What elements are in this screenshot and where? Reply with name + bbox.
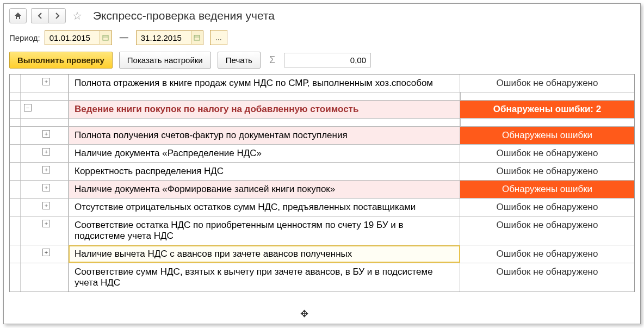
period-picker-button[interactable]: ... bbox=[210, 30, 227, 45]
table-row: + Наличие документа «Распределение НДС» … bbox=[10, 145, 634, 163]
row-description: Корректность распределения НДС bbox=[69, 163, 460, 180]
table-row: + Наличие документа «Формирование записе… bbox=[10, 181, 634, 199]
expand-icon[interactable]: + bbox=[42, 249, 50, 256]
spacer bbox=[10, 92, 634, 101]
action-bar: Выполнить проверку Показать настройки Пе… bbox=[4, 48, 640, 72]
row-description: Наличие документа «Формирование записей … bbox=[69, 181, 460, 198]
home-button[interactable] bbox=[9, 8, 27, 23]
results-table: + Полнота отражения в книге продаж сумм … bbox=[9, 74, 635, 292]
expand-icon[interactable]: + bbox=[42, 130, 50, 138]
row-status: Ошибок не обнаружено bbox=[460, 163, 634, 180]
table-row: + Корректность распределения НДС Ошибок … bbox=[10, 163, 634, 181]
calendar-from-button[interactable] bbox=[100, 31, 112, 44]
date-from-input[interactable] bbox=[45, 31, 100, 45]
row-description: Отсутствие отрицательных остатков сумм Н… bbox=[69, 199, 460, 216]
expand-icon[interactable]: + bbox=[42, 78, 50, 85]
cursor-icon: ✥ bbox=[300, 308, 308, 320]
sigma-icon: Σ bbox=[267, 54, 277, 66]
table-row: Соответствие сумм НДС, взятых к вычету п… bbox=[10, 263, 634, 292]
row-description: Наличие документа «Распределение НДС» bbox=[69, 145, 460, 162]
top-toolbar: ☆ Экспресс-проверка ведения учета bbox=[4, 4, 640, 27]
calendar-icon bbox=[194, 34, 200, 41]
expand-icon[interactable]: + bbox=[42, 220, 50, 227]
calendar-to-button[interactable] bbox=[191, 31, 203, 44]
amount-field[interactable] bbox=[284, 53, 371, 67]
row-status: Ошибок не обнаружено bbox=[460, 245, 634, 263]
row-description: Наличие вычета НДС с авансов при зачете … bbox=[69, 245, 460, 263]
expand-icon[interactable]: + bbox=[42, 166, 50, 174]
row-status: Ошибок не обнаружено bbox=[460, 216, 634, 245]
forward-button[interactable] bbox=[48, 8, 66, 23]
date-from-wrap bbox=[45, 30, 112, 45]
calendar-icon bbox=[102, 34, 109, 41]
table-row-selected: + Наличие вычета НДС с авансов при зачет… bbox=[10, 245, 634, 263]
row-status: Обнаружены ошибки bbox=[460, 127, 634, 144]
expand-icon[interactable]: + bbox=[42, 184, 50, 191]
nav-group bbox=[31, 8, 66, 23]
row-description: Соответствие остатка НДС по приобретенны… bbox=[69, 216, 460, 245]
period-label: Период: bbox=[9, 33, 40, 42]
collapse-icon[interactable]: − bbox=[24, 104, 32, 112]
section-status: Обнаружены ошибки: 2 bbox=[460, 101, 634, 118]
print-button[interactable]: Печать bbox=[218, 52, 261, 69]
row-status: Ошибок не обнаружено bbox=[460, 145, 634, 162]
row-description: Соответствие сумм НДС, взятых к вычету п… bbox=[69, 263, 460, 292]
section-header: − Ведение книги покупок по налогу на доб… bbox=[10, 101, 634, 119]
date-to-input[interactable] bbox=[137, 31, 191, 45]
expand-icon[interactable]: + bbox=[42, 148, 50, 156]
period-bar: Период: — ... bbox=[4, 27, 640, 48]
arrow-right-icon bbox=[53, 12, 61, 20]
row-status: Обнаружены ошибки bbox=[460, 181, 634, 198]
table-row: + Полнота отражения в книге продаж сумм … bbox=[10, 75, 634, 92]
home-icon bbox=[14, 11, 22, 20]
table-row: + Полнота получения счетов-фактур по док… bbox=[10, 127, 634, 145]
back-button[interactable] bbox=[31, 8, 48, 23]
svg-rect-2 bbox=[194, 35, 200, 40]
row-status: Ошибок не обнаружено bbox=[460, 263, 634, 292]
arrow-left-icon bbox=[36, 12, 44, 20]
section-title: Ведение книги покупок по налогу на добав… bbox=[69, 101, 460, 118]
svg-rect-0 bbox=[103, 35, 108, 40]
table-row: + Соответствие остатка НДС по приобретен… bbox=[10, 216, 634, 245]
favorite-star-icon[interactable]: ☆ bbox=[70, 9, 84, 22]
row-description: Полнота отражения в книге продаж сумм НД… bbox=[69, 75, 460, 92]
show-settings-button[interactable]: Показать настройки bbox=[119, 52, 211, 69]
row-status: Ошибок не обнаружено bbox=[460, 75, 634, 92]
table-row: + Отсутствие отрицательных остатков сумм… bbox=[10, 199, 634, 216]
row-status: Ошибок не обнаружено bbox=[460, 199, 634, 216]
dash-separator: — bbox=[116, 33, 132, 42]
spacer bbox=[10, 119, 634, 127]
run-check-button[interactable]: Выполнить проверку bbox=[9, 52, 113, 69]
expand-icon[interactable]: + bbox=[42, 202, 50, 209]
row-description: Полнота получения счетов-фактур по докум… bbox=[69, 127, 460, 144]
page-title: Экспресс-проверка ведения учета bbox=[93, 9, 275, 22]
window-frame: ☆ Экспресс-проверка ведения учета Период… bbox=[3, 3, 641, 324]
date-to-wrap bbox=[136, 30, 203, 45]
